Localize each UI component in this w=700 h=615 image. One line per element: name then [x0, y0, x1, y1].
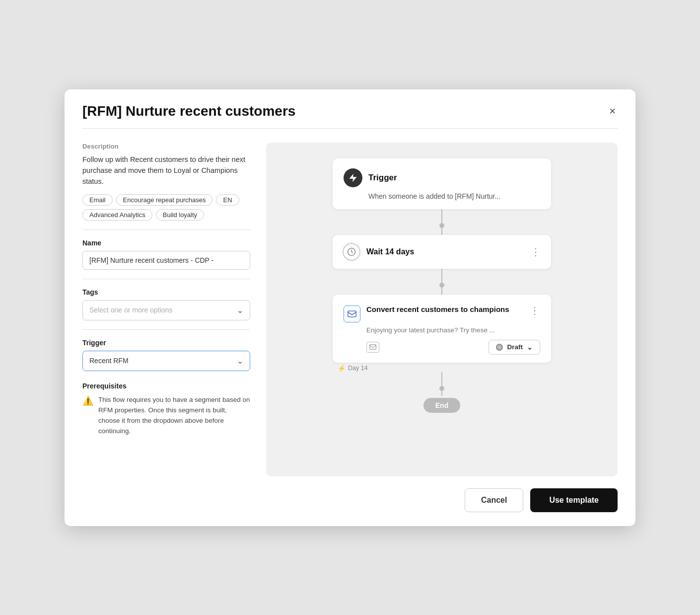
- left-panel: Description Follow up with Recent custom…: [82, 143, 266, 476]
- modal: [RFM] Nurture recent customers × Descrip…: [65, 89, 635, 526]
- email-card-title-row: Convert recent customers to champions: [344, 305, 509, 322]
- left-divider: [82, 230, 250, 230]
- left-divider-3: [82, 329, 250, 330]
- email-card-title: Convert recent customers to champions: [366, 305, 509, 314]
- trigger-label: Trigger: [82, 339, 250, 347]
- email-card: Convert recent customers to champions ⋮ …: [333, 295, 551, 363]
- flow-connector-2: [441, 269, 442, 283]
- tags-row: Email Encourage repeat purchases EN Adva…: [82, 194, 250, 221]
- tags-field-label: Tags: [82, 288, 250, 296]
- flow-dot-2: [439, 283, 444, 288]
- right-panel: Trigger When someone is added to [RFM] N…: [266, 143, 618, 476]
- email-card-menu-icon[interactable]: ⋮: [530, 305, 540, 316]
- flow-connector-3: [441, 372, 442, 386]
- wait-card-title: Wait 14 days: [366, 247, 414, 256]
- email-card-header: Convert recent customers to champions ⋮: [344, 305, 540, 322]
- prerequisites-text: This flow requires you to have a segment…: [98, 395, 250, 437]
- name-label: Name: [82, 239, 250, 247]
- flow-connector-1: [441, 209, 442, 223]
- wait-card-left: Wait 14 days: [343, 243, 414, 261]
- tags-chevron-icon: ⌄: [237, 306, 243, 315]
- modal-title: [RFM] Nurture recent customers: [82, 103, 295, 119]
- trigger-card-title: Trigger: [368, 173, 397, 183]
- flow-connector-2b: [441, 288, 442, 295]
- tags-placeholder: Select one or more options: [89, 306, 172, 314]
- end-bubble: End: [423, 398, 460, 413]
- draft-label: Draft: [507, 343, 523, 351]
- day-label-text: Day 14: [348, 365, 368, 372]
- flow-dot-3: [439, 386, 444, 391]
- trigger-value: Recent RFM: [89, 357, 129, 365]
- svg-rect-3: [370, 345, 376, 349]
- tag-chip-analytics: Advanced Analytics: [82, 209, 152, 221]
- email-card-footer: Draft ⌄: [366, 340, 540, 355]
- email-icon-box: [344, 306, 360, 322]
- flash-icon: ⚡: [338, 365, 346, 372]
- wait-card: Wait 14 days ⋮: [333, 235, 551, 269]
- flow-items: Trigger When someone is added to [RFM] N…: [280, 158, 604, 413]
- left-divider-2: [82, 279, 250, 279]
- draft-dot-icon: [496, 344, 503, 351]
- description-label: Description: [82, 143, 250, 150]
- use-template-button[interactable]: Use template: [530, 488, 618, 512]
- trigger-card-body: When someone is added to [RFM] Nurtur...: [368, 192, 540, 200]
- prerequisites-section: Prerequisites ⚠️ This flow requires you …: [82, 382, 250, 437]
- clock-icon: [343, 243, 360, 261]
- warning-icon: ⚠️: [82, 395, 93, 406]
- prerequisites-body: ⚠️ This flow requires you to have a segm…: [82, 395, 250, 437]
- description-text: Follow up with Recent customers to drive…: [82, 154, 250, 187]
- draft-status-button[interactable]: Draft ⌄: [489, 340, 540, 355]
- trigger-icon-circle: [344, 168, 362, 187]
- tags-select[interactable]: Select one or more options ⌄: [82, 300, 250, 320]
- svg-rect-2: [348, 311, 356, 317]
- flow-connector-3b: [441, 391, 442, 396]
- tag-chip-email: Email: [82, 194, 113, 206]
- modal-body: Description Follow up with Recent custom…: [65, 129, 635, 476]
- svg-marker-0: [350, 173, 357, 182]
- trigger-card-header: Trigger: [344, 168, 540, 187]
- modal-header: [RFM] Nurture recent customers ×: [65, 89, 635, 128]
- close-button[interactable]: ×: [607, 104, 618, 119]
- cancel-button[interactable]: Cancel: [465, 488, 523, 512]
- name-input[interactable]: [82, 251, 250, 270]
- flow-dot-1: [439, 223, 444, 228]
- prerequisites-label: Prerequisites: [82, 382, 250, 390]
- flow-connector-1b: [441, 228, 442, 235]
- trigger-select[interactable]: Recent RFM ⌄: [82, 351, 250, 371]
- email-card-body: Enjoying your latest purchase? Try these…: [366, 326, 540, 334]
- tag-chip-en: EN: [216, 194, 239, 206]
- modal-footer: Cancel Use template: [65, 476, 635, 526]
- draft-chevron-icon: ⌄: [527, 343, 533, 351]
- wait-card-menu-icon[interactable]: ⋮: [531, 246, 541, 258]
- day-label: ⚡ Day 14: [338, 365, 368, 372]
- tag-chip-encourage: Encourage repeat purchases: [116, 194, 213, 206]
- email-small-envelope-icon: [366, 342, 379, 353]
- trigger-chevron-icon: ⌄: [237, 356, 243, 366]
- tag-chip-loyalty: Build loyalty: [156, 209, 204, 221]
- trigger-card: Trigger When someone is added to [RFM] N…: [333, 158, 551, 209]
